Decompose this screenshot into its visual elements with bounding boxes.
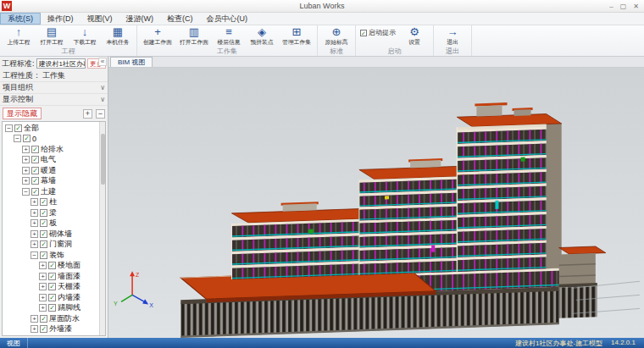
download-project-icon: ↓ xyxy=(82,26,88,38)
tree-item[interactable]: + ✓ 板 xyxy=(3,218,98,229)
original-elevation-button[interactable]: ⊕ 原始标高 xyxy=(320,26,353,47)
settings-button[interactable]: ⚙ 设置 xyxy=(398,26,430,47)
zoom-out-button[interactable]: − xyxy=(96,109,105,119)
tree-checkbox[interactable]: ✓ xyxy=(48,262,56,269)
tree-item[interactable]: − ✓ 0 xyxy=(3,134,98,145)
tree-expander-icon[interactable]: + xyxy=(39,304,47,312)
tree-item[interactable]: + ✓ 电气 xyxy=(3,155,98,166)
tree-expander-icon[interactable]: + xyxy=(22,167,30,174)
tree-item[interactable]: + ✓ 楼地面 xyxy=(3,261,98,272)
tree-item[interactable]: + ✓ 墙面漆 xyxy=(3,271,98,282)
menu-tab-system[interactable]: 系统(S) xyxy=(0,13,41,25)
tree-expander-icon[interactable]: + xyxy=(39,294,47,301)
tree-checkbox[interactable]: ✓ xyxy=(23,135,31,142)
tree-checkbox[interactable]: ✓ xyxy=(40,230,47,238)
tree-checkbox[interactable]: ✓ xyxy=(40,209,47,217)
tree-checkbox[interactable]: ✓ xyxy=(40,219,47,227)
tree-expander-icon[interactable]: + xyxy=(31,325,38,333)
menu-tab-view[interactable]: 视图(V) xyxy=(80,13,119,25)
create-workset-button[interactable]: + 创建工作面 xyxy=(140,26,175,47)
close-button[interactable]: ✕ xyxy=(633,3,639,10)
tree-checkbox[interactable]: ✓ xyxy=(40,240,47,248)
manage-workset-button[interactable]: ⊞ 管理工作集 xyxy=(279,26,314,47)
project-dropdown[interactable]: 建设村1社区办事处-施工模型 ▾ xyxy=(36,58,86,69)
zoom-in-button[interactable]: + xyxy=(83,109,92,119)
tree-expander-icon[interactable]: + xyxy=(31,198,38,206)
tree-checkbox[interactable]: ✓ xyxy=(40,251,47,259)
tree-item[interactable]: + ✓ 幕墙 xyxy=(3,176,98,187)
upload-project-button[interactable]: ↑ 上传工程 xyxy=(3,26,35,47)
tree-expander-icon[interactable]: + xyxy=(31,219,38,227)
tree-checkbox[interactable]: ✓ xyxy=(48,294,56,301)
tree-expander-icon[interactable]: + xyxy=(22,156,30,163)
tree-item[interactable]: + ✓ 踢脚线 xyxy=(3,303,98,314)
minimize-button[interactable]: – xyxy=(609,3,613,10)
open-workset-button[interactable]: ▥ 打开工作面 xyxy=(176,26,212,47)
tree-item[interactable]: + ✓ 给排水 xyxy=(3,144,98,155)
tree-checkbox[interactable]: ✓ xyxy=(48,283,56,290)
local-tasks-button[interactable]: ▦ 本机任务 xyxy=(102,26,134,47)
tree-checkbox[interactable]: ✓ xyxy=(14,124,22,132)
chevron-down-icon[interactable]: ∨ xyxy=(100,96,105,103)
show-hide-button[interactable]: 显示隐藏 xyxy=(3,108,42,119)
menu-tab-operate[interactable]: 操作(D) xyxy=(41,13,80,25)
tree-expander-icon[interactable]: + xyxy=(31,209,38,217)
tree-expander-icon[interactable]: − xyxy=(31,251,38,259)
menu-tab-check[interactable]: 检查(C) xyxy=(160,13,200,25)
tree-item[interactable]: + ✓ 外墙漆 xyxy=(3,324,98,335)
tree-expander-icon[interactable]: − xyxy=(22,188,30,196)
maximize-button[interactable]: ▢ xyxy=(620,3,627,10)
tree-item[interactable]: + ✓ 柱 xyxy=(3,197,98,208)
tree-item[interactable]: − ✓ 全部 xyxy=(3,123,98,134)
tree-expander-icon[interactable]: + xyxy=(39,262,47,269)
exit-button[interactable]: → 退出 xyxy=(436,26,469,47)
preassembly-point-button[interactable]: ◈ 预拼装点 xyxy=(246,26,278,47)
tree-scrollbar-thumb[interactable] xyxy=(101,134,105,185)
menu-tab-roam[interactable]: 漫游(W) xyxy=(119,13,161,25)
tree-item[interactable]: + ✓ 屋面防水 xyxy=(3,313,98,324)
tree-expander-icon[interactable]: + xyxy=(31,315,38,323)
tree-expander-icon[interactable]: + xyxy=(22,177,30,185)
tree-checkbox[interactable]: ✓ xyxy=(31,156,39,163)
tree-expander-icon[interactable]: + xyxy=(39,273,47,280)
tree-item[interactable]: + ✓ 梁 xyxy=(3,207,98,218)
tree-checkbox[interactable]: ✓ xyxy=(48,273,56,280)
tree-item[interactable]: + ✓ 暖通 xyxy=(3,165,98,176)
tree-item[interactable]: + ✓ 天棚漆 xyxy=(3,282,98,293)
download-project-button[interactable]: ↓ 下载工程 xyxy=(69,26,101,47)
display-control-row[interactable]: 显示控制 ∨ xyxy=(0,94,108,106)
project-organization-row[interactable]: 项目组织 ∨ xyxy=(0,82,108,94)
model-3d-canvas[interactable]: Z X Y xyxy=(108,68,644,338)
tree-item[interactable]: − ✓ 土建 xyxy=(3,186,98,197)
tree-checkbox[interactable]: ✓ xyxy=(48,304,56,312)
tree-checkbox[interactable]: ✓ xyxy=(31,177,39,185)
tree-expander-icon[interactable]: + xyxy=(22,146,30,153)
chevron-down-icon[interactable]: ∨ xyxy=(100,84,105,91)
status-bar: 视图 建设村1社区办事处-施工模型 14.2.0.1 xyxy=(0,338,644,348)
tree-expander-icon[interactable]: + xyxy=(39,283,47,290)
tree-item[interactable]: + ✓ 门窗洞 xyxy=(3,240,98,251)
tree-expander-icon[interactable]: − xyxy=(14,135,21,142)
tree-item[interactable]: + ✓ 内墙漆 xyxy=(3,292,98,303)
ribbon-group-standard: ⊕ 原始标高 标准 xyxy=(318,25,356,56)
tree-checkbox[interactable]: ✓ xyxy=(40,315,47,323)
startup-hint-checkbox[interactable]: ✓ xyxy=(360,30,367,36)
tree-checkbox[interactable]: ✓ xyxy=(31,146,39,153)
startup-hint-checkbox-row[interactable]: ✓ 启动提示 xyxy=(358,26,397,37)
tree-checkbox[interactable]: ✓ xyxy=(40,198,47,206)
tree-item[interactable]: + ✓ 砌体墙 xyxy=(3,229,98,240)
tree-checkbox[interactable]: ✓ xyxy=(31,167,39,174)
tree-expander-icon[interactable]: + xyxy=(31,240,38,248)
tree-checkbox[interactable]: ✓ xyxy=(31,188,39,196)
tree-expander-icon[interactable]: + xyxy=(31,230,38,238)
tree-item[interactable]: − ✓ 装饰 xyxy=(3,250,98,261)
floor-info-button[interactable]: ≡ 楼层信息 xyxy=(213,26,245,47)
open-project-button[interactable]: ▤ 打开工程 xyxy=(36,26,68,47)
tree-expander-icon[interactable]: − xyxy=(5,124,13,132)
menu-tab-member[interactable]: 会员中心(U) xyxy=(200,13,255,25)
panel-collapse-icon[interactable]: « xyxy=(98,58,107,66)
tree-scrollbar[interactable] xyxy=(99,122,105,335)
status-view-label: 视图 xyxy=(0,338,28,348)
tree-checkbox[interactable]: ✓ xyxy=(40,325,47,333)
bim-view-tab[interactable]: BIM 视图 xyxy=(110,57,153,67)
